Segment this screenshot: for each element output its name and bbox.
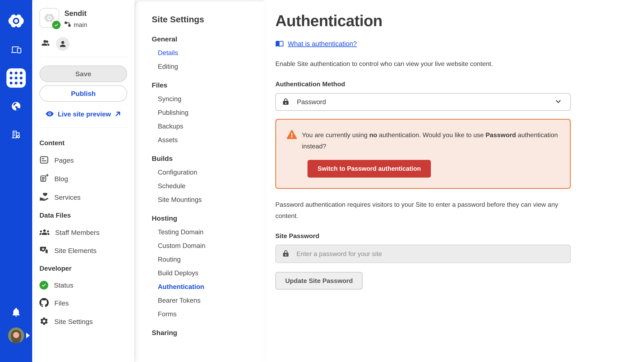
settings-item-configuration[interactable]: Configuration (158, 169, 258, 176)
settings-group-heading: Sharing (152, 329, 258, 337)
settings-item-backups[interactable]: Backups (158, 122, 258, 130)
site-name: Sendit (64, 9, 87, 18)
sidebar-item-staff-members[interactable]: Staff Members (40, 228, 127, 237)
site-password-input[interactable] (296, 250, 564, 258)
settings-item-testing-domain[interactable]: Testing Domain (158, 228, 258, 236)
settings-nav-title: Site Settings (152, 14, 258, 24)
warning-triangle-icon (286, 130, 297, 140)
apps-grid-icon[interactable] (6, 68, 26, 88)
app-root: Sendit main (0, 0, 644, 362)
organization-icon[interactable] (6, 125, 26, 144)
publish-button[interactable]: Publish (40, 85, 127, 102)
switch-to-password-button[interactable]: Switch to Password authentication (308, 160, 431, 178)
sidebar-item-label: Pages (54, 156, 74, 164)
authentication-method-label: Authentication Method (275, 80, 644, 88)
sidebar-item-files[interactable]: Files (40, 298, 127, 308)
branch-icon (64, 21, 71, 29)
globe-icon[interactable] (6, 96, 26, 116)
sidebar-item-label: Services (54, 193, 80, 201)
cloudcannon-logo-icon[interactable] (6, 11, 26, 31)
settings-item-custom-domain[interactable]: Custom Domain (158, 242, 258, 250)
sidebar-item-site-settings[interactable]: Site Settings (40, 317, 127, 327)
sidebar-item-site-elements[interactable]: Site Elements (40, 246, 127, 255)
sidebar-item-label: Files (54, 299, 69, 307)
page-title: Authentication (275, 12, 644, 30)
notifications-bell-icon[interactable] (11, 308, 21, 318)
site-header: Sendit main (40, 0, 127, 57)
branch-name: main (74, 21, 87, 28)
settings-item-publishing[interactable]: Publishing (158, 109, 258, 116)
authentication-method-select[interactable]: Password (275, 93, 571, 111)
settings-item-syncing[interactable]: Syncing (158, 95, 258, 103)
settings-item-editing[interactable]: Editing (158, 63, 258, 70)
update-site-password-button[interactable]: Update Site Password (275, 272, 363, 290)
settings-item-routing[interactable]: Routing (158, 256, 258, 263)
settings-item-build-deploys[interactable]: Build Deploys (158, 269, 258, 277)
team-members-icon[interactable] (40, 39, 50, 49)
lock-icon (282, 98, 290, 106)
live-site-preview-link[interactable]: Live site preview (40, 109, 127, 119)
sidebar-item-services[interactable]: Services (40, 192, 127, 202)
sidebar-item-label: Site Settings (54, 318, 93, 326)
site-synced-badge-icon (52, 21, 60, 29)
sidebar-item-pages[interactable]: Pages (40, 155, 127, 165)
sidebar-item-status[interactable]: Status (40, 281, 127, 290)
settings-nav-panel: Site Settings General Details Editing Fi… (135, 1, 264, 362)
settings-item-bearer-tokens[interactable]: Bearer Tokens (158, 297, 258, 304)
settings-item-forms[interactable]: Forms (158, 310, 258, 318)
main-content: Authentication What is authentication? E… (264, 0, 644, 362)
settings-item-details[interactable]: Details (158, 49, 258, 57)
sidebar-item-label: Blog (54, 175, 68, 183)
section-heading-content: Content (40, 139, 127, 147)
save-button[interactable]: Save (40, 65, 127, 82)
what-is-authentication-link[interactable]: What is authentication? (288, 40, 357, 48)
site-thumbnail[interactable] (40, 8, 59, 28)
rail-bottom-group (8, 308, 24, 362)
user-avatar[interactable] (8, 328, 24, 344)
section-heading-data-files: Data Files (40, 212, 127, 219)
hand-heart-icon (40, 192, 49, 202)
settings-group-heading: Files (152, 81, 258, 89)
site-password-label: Site Password (275, 232, 644, 240)
chevron-down-icon (555, 98, 561, 105)
sidebar-item-label: Status (54, 281, 73, 289)
password-info-text: Password authentication requires visitor… (275, 199, 559, 221)
gear-icon (40, 317, 49, 327)
warning-callout: You are currently using no authenticatio… (275, 119, 571, 189)
devices-icon[interactable] (6, 40, 26, 59)
current-user-icon[interactable] (56, 37, 70, 51)
intro-text: Enable Site authentication to control wh… (275, 60, 644, 67)
live-site-preview-label: Live site preview (58, 110, 111, 118)
settings-item-authentication[interactable]: Authentication (158, 283, 258, 291)
sidebar-actions: Save Publish Live site preview (40, 57, 127, 128)
settings-group-builds: Builds Configuration Schedule Site Mount… (152, 155, 258, 204)
settings-item-assets[interactable]: Assets (158, 136, 258, 144)
settings-item-site-mountings[interactable]: Site Mountings (158, 196, 258, 204)
help-link-row[interactable]: What is authentication? (275, 39, 644, 48)
authentication-method-value: Password (297, 98, 326, 106)
site-password-field (275, 245, 571, 263)
sidebar-item-blog[interactable]: Blog (40, 174, 127, 184)
eye-icon (45, 109, 54, 119)
settings-group-sharing: Sharing (152, 329, 258, 337)
github-icon (40, 298, 49, 308)
settings-group-general: General Details Editing (152, 35, 258, 70)
app-rail (0, 0, 32, 362)
book-icon (275, 39, 284, 48)
status-check-icon (40, 281, 48, 290)
settings-group-files: Files Syncing Publishing Backups Assets (152, 81, 258, 144)
pages-icon (40, 155, 49, 165)
expand-rail-chevron-icon[interactable] (26, 333, 30, 338)
settings-group-heading: Builds (152, 155, 258, 162)
section-heading-developer: Developer (40, 265, 127, 272)
settings-item-schedule[interactable]: Schedule (158, 182, 258, 190)
lock-icon (282, 250, 290, 258)
blog-icon (40, 174, 49, 184)
sidebar-item-label: Staff Members (55, 229, 100, 237)
arrow-outward-icon (114, 110, 121, 118)
settings-group-heading: General (152, 35, 258, 43)
sidebar-nav: Content Pages Bl (40, 128, 127, 327)
settings-group-hosting: Hosting Testing Domain Custom Domain Rou… (152, 214, 258, 318)
groups-icon (40, 228, 50, 237)
site-elements-icon (40, 246, 49, 255)
